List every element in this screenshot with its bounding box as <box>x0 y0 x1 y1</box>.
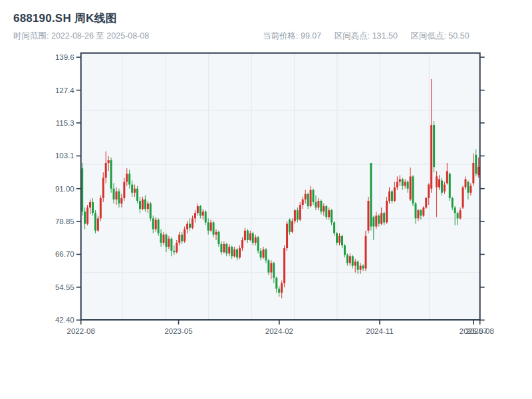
candle-body-up <box>417 210 419 218</box>
candle-body-up <box>462 188 464 208</box>
candle-body-down <box>213 222 215 234</box>
candle-body-down <box>475 155 477 174</box>
candle-body-down <box>170 239 172 251</box>
candle-body-up <box>404 182 406 186</box>
candle-body-up <box>283 248 285 283</box>
candle-body-up <box>444 185 446 192</box>
candle-body-up <box>178 235 180 243</box>
candle-body-down <box>265 249 267 260</box>
candle-body-down <box>252 233 254 243</box>
candle-body-down <box>325 206 327 217</box>
candle-body-up <box>105 163 107 178</box>
y-tick-label: 139.6 <box>55 53 74 61</box>
candle-body-down <box>158 219 160 233</box>
candle-body-down <box>407 182 409 188</box>
kline-chart: 139.6127.4115.3103.191.0078.8566.7054.55… <box>0 0 532 399</box>
candle-body-down <box>128 174 130 184</box>
y-tick-label: 78.85 <box>55 217 74 225</box>
candle-body-down <box>441 180 443 192</box>
candle-body-up <box>317 201 319 207</box>
candle-body-up <box>126 174 128 182</box>
candle-body-up <box>469 186 471 193</box>
y-tick-label: 103.1 <box>55 152 74 160</box>
candle-body-down <box>449 174 451 198</box>
candle-body-up <box>123 182 125 198</box>
candle-body-up <box>223 244 225 252</box>
candle-body-down <box>231 247 233 256</box>
candle-body-up <box>255 237 257 243</box>
candle-body-up <box>286 224 288 249</box>
y-tick-label: 91.00 <box>55 185 74 193</box>
candle-body-down <box>402 179 404 186</box>
candle-body-up <box>86 207 88 223</box>
candle-body-down <box>152 218 154 229</box>
candle-body-down <box>220 244 222 252</box>
candle-body-up <box>360 266 362 270</box>
candle-body-up <box>310 190 312 206</box>
candle-body-down <box>378 215 380 223</box>
candle-body-up <box>270 263 272 272</box>
candle-body-up <box>354 261 356 265</box>
candle-body-down <box>357 261 359 269</box>
candle-body-down <box>92 202 94 213</box>
candle-body-up <box>338 236 340 243</box>
candle-body-down <box>144 200 146 209</box>
candle-body-down <box>94 213 96 230</box>
y-tick-label: 54.55 <box>55 283 74 291</box>
candle-body-down <box>383 213 385 222</box>
candle-body-up <box>134 189 136 193</box>
candle-body-up <box>388 192 390 201</box>
candle-body-down <box>118 192 120 203</box>
candle-body-down <box>467 182 469 192</box>
candle-body-down <box>136 189 138 201</box>
candle-body-down <box>84 211 86 223</box>
candle-body-up <box>163 235 165 243</box>
candle-body-up <box>89 202 91 207</box>
candle-body-up <box>249 233 251 240</box>
candle-body-down <box>420 210 422 215</box>
candle-body-up <box>410 176 412 200</box>
candle-body-up <box>97 218 99 230</box>
candle-body-down <box>336 233 338 243</box>
candle-body-up <box>241 240 243 248</box>
kline-chart-svg: 139.6127.4115.3103.191.0078.8566.7054.55… <box>0 0 532 399</box>
candle-body-down <box>452 198 454 207</box>
candle-body-down <box>414 203 416 218</box>
candle-body-up <box>155 219 157 229</box>
candle-body-up <box>120 198 122 203</box>
candle-body-down <box>362 266 364 269</box>
candle-body-down <box>433 125 435 167</box>
candle-body-down <box>331 210 332 222</box>
candle-body-down <box>457 213 459 218</box>
candle-body-down <box>113 189 115 200</box>
candle-body-up <box>328 210 330 217</box>
x-tick-label: 2022-08 <box>67 327 95 335</box>
candle-body-down <box>412 176 414 203</box>
candle-body-down <box>315 202 317 207</box>
candle-body-up <box>422 207 424 215</box>
candle-body-up <box>464 179 466 187</box>
candle-body-down <box>297 210 299 219</box>
candle-body-up <box>399 179 401 182</box>
candle-body-down <box>217 232 219 244</box>
candle-body-down <box>150 203 152 218</box>
candle-body-down <box>307 194 309 206</box>
candle-body-up <box>228 247 230 253</box>
candle-body-up <box>302 200 304 205</box>
plot-background <box>81 53 480 320</box>
candle-body-up <box>349 256 351 263</box>
candle-body-down <box>257 237 259 251</box>
candle-body-up <box>305 194 307 200</box>
candle-body-down <box>139 201 141 209</box>
candle-body-down <box>110 160 112 189</box>
candle-body-down <box>165 235 167 247</box>
candle-body-down <box>346 255 348 263</box>
candle-body-up <box>367 201 369 231</box>
candle-body-down <box>273 263 275 277</box>
candle-body-up <box>186 224 188 229</box>
candle-body-down <box>313 190 315 202</box>
candle-body-up <box>436 176 438 187</box>
candle-body-down <box>189 224 191 228</box>
candle-body-down <box>370 163 372 227</box>
y-tick-label: 42.40 <box>55 316 74 324</box>
